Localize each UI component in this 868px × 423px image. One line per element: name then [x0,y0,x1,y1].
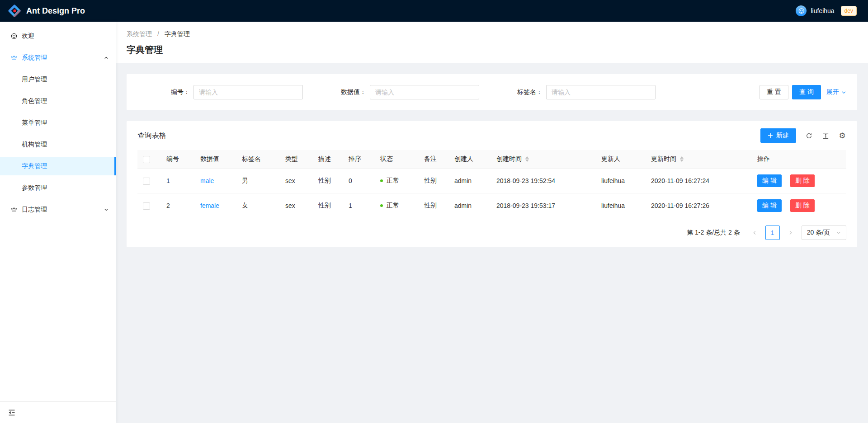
sidebar-item-3[interactable]: 角色管理 [0,92,116,110]
edit-button[interactable]: 编 辑 [757,199,782,212]
expand-link[interactable]: 展开 [826,88,846,96]
chevron-down-icon [836,230,841,235]
dict-value-link[interactable]: male [200,177,214,184]
table-toolbar: 查询表格 新建 [127,121,857,150]
row-checkbox[interactable] [143,202,150,210]
cell-id: 1 [159,169,193,193]
column-header-update_time[interactable]: 更新时间 [644,150,750,169]
edit-button[interactable]: 编 辑 [757,174,782,187]
new-button[interactable]: 新建 [760,128,796,143]
column-header-sort: 排序 [341,150,373,169]
row-checkbox[interactable] [143,178,150,185]
select-all-header [137,150,159,169]
column-header-tag_name: 标签名 [235,150,278,169]
sidebar-item-6[interactable]: 字典管理 [0,157,116,175]
column-header-id: 编号 [159,150,193,169]
column-title: 更新时间 [651,155,676,162]
prev-page-button[interactable] [747,226,762,240]
tag-input[interactable] [546,85,656,99]
status-text: 正常 [387,202,399,209]
sidebar-item-0[interactable]: 欢迎 [0,27,116,45]
cell-remark: 性别 [417,193,447,218]
column-header-status: 状态 [373,150,417,169]
column-title: 创建人 [454,155,473,162]
reset-button[interactable]: 重 置 [760,85,788,99]
content: 编号： 数据值： 标签名： 重 置 查 询 [116,63,868,423]
delete-button[interactable]: 删 除 [790,199,815,212]
search-field-tag: 标签名： [490,85,666,99]
sort-carets-icon[interactable] [525,156,529,162]
search-field-value: 数据值： [314,85,490,99]
cell-desc: 性别 [311,193,341,218]
cell-creator: admin [447,169,489,193]
breadcrumb-current: 字典管理 [165,30,190,38]
id-input[interactable] [193,85,303,99]
column-header-creator: 创建人 [447,150,489,169]
field-label: 标签名： [517,88,542,96]
row-checkbox-cell [137,169,159,193]
sidebar-item-label: 字典管理 [22,162,47,170]
sidebar-item-2[interactable]: 用户管理 [0,70,116,89]
search-form-card: 编号： 数据值： 标签名： 重 置 查 询 [127,74,857,110]
column-header-type: 类型 [278,150,311,169]
table-title: 查询表格 [137,131,166,141]
pagination-total: 第 1-2 条/总共 2 条 [687,229,740,237]
cell-actions: 编 辑删 除 [750,193,846,218]
menu-fold-icon[interactable] [8,409,15,416]
table-wrap: 编号数据值标签名类型描述排序状态备注创建人创建时间更新人更新时间操作 1male… [127,150,857,218]
delete-button[interactable]: 删 除 [790,174,815,187]
sidebar-item-4[interactable]: 菜单管理 [0,114,116,132]
sidebar-item-1[interactable]: 系统管理 [0,49,116,67]
table-card: 查询表格 新建 [127,121,857,247]
cell-status: 正常 [373,193,417,218]
user-avatar[interactable]: ☺ [796,5,807,16]
crown-icon [11,55,17,61]
page-size-label: 20 条/页 [807,229,830,237]
cell-update_time: 2020-11-09 16:27:26 [644,193,750,218]
table-body: 1male男sex性别0正常性别admin2018-09-23 19:52:54… [137,169,846,218]
cell-tag_name: 女 [235,193,278,218]
crown-icon [11,207,17,213]
sidebar-item-label: 机构管理 [22,141,47,149]
column-title: 数据值 [200,155,219,162]
status-text: 正常 [387,177,399,184]
settings-icon[interactable]: ⚙ [838,132,846,140]
column-header-actions: 操作 [750,150,846,169]
app-logo-icon[interactable] [8,5,21,17]
app-title: Ant Design Pro [26,6,85,16]
column-title: 排序 [349,155,361,162]
chevron-down-icon [841,90,846,95]
chevron-down-icon [104,207,108,212]
cell-updater: liufeihua [594,169,644,193]
cell-update_time: 2020-11-09 16:27:24 [644,169,750,193]
breadcrumb-item[interactable]: 系统管理 [127,30,152,38]
value-input[interactable] [370,85,479,99]
next-page-button[interactable] [783,226,798,240]
status-dot-icon [380,204,383,207]
cell-value: male [193,169,235,193]
select-all-checkbox[interactable] [143,156,150,163]
sidebar-item-label: 系统管理 [22,54,47,62]
reload-icon[interactable] [805,132,813,140]
sidebar-item-5[interactable]: 机构管理 [0,136,116,154]
sidebar-item-label: 用户管理 [22,75,47,84]
cell-status: 正常 [373,169,417,193]
cell-create_time: 2018-09-23 19:52:54 [489,169,594,193]
column-header-create_time[interactable]: 创建时间 [489,150,594,169]
column-title: 备注 [424,155,437,162]
sort-carets-icon[interactable] [680,156,684,162]
column-header-remark: 备注 [417,150,447,169]
username[interactable]: liufeihua [811,7,834,14]
page-1-button[interactable]: 1 [765,226,780,240]
sidebar-item-8[interactable]: 日志管理 [0,201,116,219]
page-header: 系统管理 / 字典管理 字典管理 [116,22,868,63]
action-divider [786,178,786,184]
pagination: 第 1-2 条/总共 2 条 1 20 条/页 [137,226,846,247]
query-button[interactable]: 查 询 [792,85,821,99]
dict-value-link[interactable]: female [200,202,219,209]
column-header-desc: 描述 [311,150,341,169]
sidebar-item-7[interactable]: 参数管理 [0,179,116,197]
column-height-icon[interactable] [821,132,830,140]
page-size-select[interactable]: 20 条/页 [802,226,846,240]
table-row: 1male男sex性别0正常性别admin2018-09-23 19:52:54… [137,169,846,193]
